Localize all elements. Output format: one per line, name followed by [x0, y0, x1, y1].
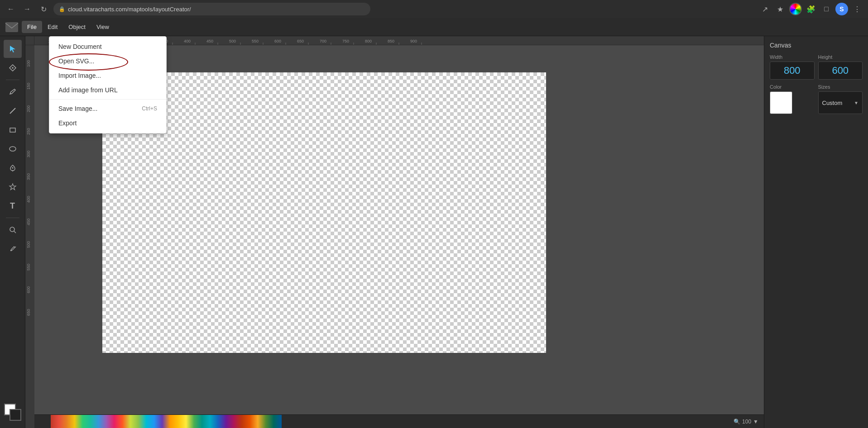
svg-text:200: 200: [26, 105, 31, 112]
url-text: cloud.vitaracharts.com/maptools/layoutCr…: [68, 6, 191, 13]
svg-text:400: 400: [26, 196, 31, 203]
dropdown-export[interactable]: Export: [49, 116, 166, 130]
dimensions-row: Width 800 Height 600: [770, 54, 863, 80]
node-tool-button[interactable]: [4, 59, 22, 77]
svg-point-7: [10, 227, 14, 232]
zoom-value: 100: [742, 418, 751, 425]
address-bar[interactable]: 🔒 cloud.vitaracharts.com/maptools/layout…: [53, 3, 370, 15]
color-sizes-row: Color Sizes Custom ▼: [770, 84, 863, 114]
left-toolbar: T: [0, 36, 25, 428]
svg-text:650: 650: [26, 309, 31, 316]
open-svg-label: Open SVG...: [58, 57, 94, 65]
profile-button[interactable]: S: [835, 3, 848, 15]
zoom-tool-button[interactable]: [4, 221, 22, 239]
pen-tool-button[interactable]: [4, 159, 22, 177]
height-field: Height 600: [818, 54, 863, 80]
svg-text:500: 500: [26, 241, 31, 248]
svg-point-10: [10, 250, 12, 251]
svg-text:550: 550: [26, 264, 31, 271]
menu-item-object[interactable]: Object: [63, 21, 91, 33]
dropdown-add-image-url[interactable]: Add image from URL: [49, 83, 166, 97]
height-value[interactable]: 600: [818, 62, 863, 80]
menu-item-file[interactable]: File: [22, 21, 42, 33]
zoom-indicator: 🔍 100 ▼: [734, 418, 758, 425]
import-image-label: Import Image...: [58, 72, 101, 79]
back-button[interactable]: ←: [5, 3, 17, 15]
color-swatches: [4, 404, 21, 424]
color-label: Color: [770, 84, 815, 90]
svg-rect-0: [5, 22, 18, 32]
background-color-swatch[interactable]: [10, 409, 21, 421]
pencil-tool-button[interactable]: [4, 83, 22, 101]
width-label: Width: [770, 54, 815, 60]
save-image-shortcut: Ctrl+S: [142, 105, 157, 112]
svg-point-5: [12, 167, 13, 169]
file-dropdown-menu: New Document Open SVG... Import Image...…: [49, 36, 167, 133]
right-panel: Canvas Width 800 Height 600 Color Siz: [764, 36, 868, 428]
dropdown-new-document[interactable]: New Document: [49, 39, 166, 54]
svg-text:750: 750: [342, 39, 349, 43]
more-button[interactable]: ⋮: [851, 3, 863, 15]
svg-rect-46: [25, 45, 34, 428]
text-tool-icon: T: [10, 201, 15, 211]
sizes-dropdown[interactable]: Custom ▼: [818, 91, 863, 114]
dropdown-divider: [49, 99, 166, 100]
color-bar[interactable]: [51, 414, 282, 428]
svg-text:100: 100: [26, 60, 31, 67]
menu-item-view[interactable]: View: [91, 21, 115, 33]
svg-text:600: 600: [26, 286, 31, 293]
sizes-label: Sizes: [818, 84, 863, 90]
svg-rect-3: [10, 128, 15, 132]
swatch-container[interactable]: [4, 404, 21, 421]
color-field: Color: [770, 84, 815, 114]
svg-text:450: 450: [206, 39, 213, 43]
forward-button[interactable]: →: [21, 3, 34, 15]
drawing-canvas[interactable]: [102, 72, 546, 353]
svg-text:500: 500: [229, 39, 236, 43]
window-button[interactable]: □: [820, 3, 833, 15]
svg-text:850: 850: [388, 39, 394, 43]
menu-bar: File Edit Object View New Document Open …: [0, 18, 868, 36]
svg-text:700: 700: [320, 39, 326, 43]
svg-text:650: 650: [297, 39, 304, 43]
select-tool-button[interactable]: [4, 40, 22, 58]
star-tool-button[interactable]: [4, 178, 22, 196]
reload-button[interactable]: ↻: [37, 3, 50, 15]
zoom-dropdown-arrow[interactable]: ▼: [753, 418, 758, 425]
extensions-button[interactable]: 🧩: [805, 3, 817, 15]
svg-line-9: [15, 247, 16, 247]
toolbar-separator-1: [6, 80, 19, 80]
svg-point-4: [10, 147, 16, 151]
sizes-value: Custom: [822, 100, 843, 106]
dropdown-save-image[interactable]: Save Image... Ctrl+S: [49, 101, 166, 116]
dropdown-import-image[interactable]: Import Image...: [49, 68, 166, 83]
svg-text:150: 150: [26, 83, 31, 90]
bookmark-button[interactable]: ★: [774, 3, 786, 15]
rect-tool-button[interactable]: [4, 121, 22, 139]
app-container: File Edit Object View New Document Open …: [0, 18, 868, 428]
chrome-menu-icon[interactable]: [789, 3, 802, 15]
svg-text:400: 400: [184, 39, 191, 43]
ruler-corner: [25, 36, 34, 45]
svg-text:250: 250: [26, 128, 31, 135]
svg-text:600: 600: [274, 39, 281, 43]
share-button[interactable]: ↗: [758, 3, 771, 15]
eyedropper-tool-button[interactable]: [4, 240, 22, 258]
dropdown-open-svg[interactable]: Open SVG...: [49, 54, 166, 68]
width-field: Width 800: [770, 54, 815, 80]
line-tool-button[interactable]: [4, 102, 22, 120]
svg-text:800: 800: [365, 39, 372, 43]
zoom-search-icon: 🔍: [734, 418, 740, 425]
browser-actions: ↗ ★ 🧩 □ S ⋮: [758, 3, 863, 15]
menu-item-edit[interactable]: Edit: [42, 21, 63, 33]
canvas-color-box[interactable]: [770, 91, 792, 114]
sizes-field: Sizes Custom ▼: [818, 84, 863, 114]
toolbar-separator-2: [6, 218, 19, 218]
svg-text:300: 300: [26, 151, 31, 157]
sizes-arrow-icon: ▼: [854, 100, 858, 105]
text-tool-button[interactable]: T: [4, 197, 22, 215]
app-logo: [4, 19, 20, 35]
ruler-left-svg: 100 150 200 250 300 350 400 450 500 550 …: [25, 45, 34, 428]
width-value[interactable]: 800: [770, 62, 815, 80]
ellipse-tool-button[interactable]: [4, 140, 22, 158]
